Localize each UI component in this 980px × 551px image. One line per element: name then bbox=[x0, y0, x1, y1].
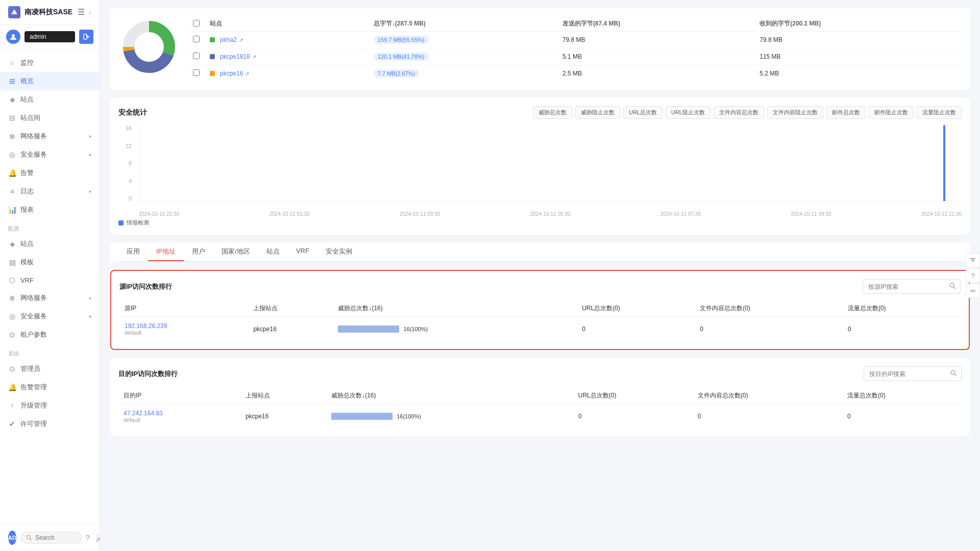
row-checkbox[interactable] bbox=[193, 36, 200, 42]
dest-ip-search[interactable] bbox=[864, 366, 962, 381]
y-label: 12 bbox=[118, 143, 132, 149]
config-sites-icon: ◈ bbox=[8, 240, 16, 248]
col-received-bytes: 收到的字节(200.1 MB) bbox=[754, 16, 962, 32]
source-ip-search[interactable] bbox=[863, 279, 961, 294]
x-label: 2024-10-11 07:30 bbox=[660, 211, 701, 217]
ip-link[interactable]: 192.168.26.239 bbox=[125, 322, 167, 330]
license-icon: ✔ bbox=[8, 420, 16, 428]
table-row: 47.242.164.83default pkcpe16 16(100%) 0 … bbox=[118, 405, 962, 429]
interlink-icon: ⊟ bbox=[8, 114, 16, 122]
tab-container: 应用IP地址用户国家/地区站点VRF安全实例 bbox=[110, 243, 970, 262]
sidebar-item-log[interactable]: ≡ 日志 ▾ bbox=[0, 182, 100, 201]
tab-用户[interactable]: 用户 bbox=[184, 243, 213, 261]
table-row: 192.168.26.239default pkcpe16 16(100%) 0… bbox=[119, 317, 961, 341]
admin-icon: ⊙ bbox=[8, 365, 16, 373]
table-row: pkha2 ↗ 159.7 MB(55.55%) 79.8 MB 79.8 MB bbox=[188, 32, 962, 48]
site-link[interactable]: pkha2 ↗ bbox=[210, 36, 363, 43]
site-table: 站点 总字节↓(287.5 MB) 发送的字节(87.4 MB) 收到的字节(2… bbox=[188, 16, 962, 82]
source-ip-input[interactable] bbox=[863, 281, 945, 293]
sidebar: 南凌科技SASE ☰ ‹ admin ○ 监控 ⊞ 概览 ◈ 站点 ⊟ 站点间 … bbox=[0, 0, 100, 551]
select-all-checkbox[interactable] bbox=[193, 20, 200, 27]
security-stat-tab[interactable]: 威胁总次数 bbox=[533, 106, 572, 119]
legend-dot bbox=[118, 220, 124, 226]
chart-y-axis: 1612840 bbox=[118, 125, 134, 202]
sidebar-item-config-network[interactable]: ⊗ 网络服务 ▾ bbox=[0, 289, 100, 307]
dest-ip-input[interactable] bbox=[864, 368, 946, 380]
float-edit-button[interactable]: ✏ bbox=[966, 284, 980, 298]
logo-text: 南凌科技SASE bbox=[24, 8, 72, 17]
security-stat-tab[interactable]: 流量阻止次数 bbox=[917, 106, 962, 119]
tab-国家/地区[interactable]: 国家/地区 bbox=[213, 243, 258, 261]
sidebar-collapse-button[interactable]: ‹ bbox=[89, 8, 91, 16]
chart-bar bbox=[943, 125, 945, 201]
received-bytes: 115 MB bbox=[754, 48, 962, 65]
config-network-icon: ⊗ bbox=[8, 294, 16, 302]
float-filter-button[interactable] bbox=[966, 253, 980, 267]
search-input[interactable] bbox=[35, 534, 76, 541]
site-link[interactable]: pkcpe1818 ↗ bbox=[210, 53, 363, 60]
logout-button[interactable] bbox=[79, 30, 93, 44]
ip-col-header: 威胁总次数↓(16) bbox=[326, 387, 573, 405]
source-ip-table: 源IP上报站点威胁总次数↓(16)URL总次数(0)文件内容总次数(0)流量总次… bbox=[119, 300, 961, 341]
table-row: pkcpe16 ↗ 7.7 MB(2.67%) 2.5 MB 5.2 MB bbox=[188, 65, 962, 82]
dest-ip-search-button[interactable] bbox=[946, 367, 961, 381]
site-link[interactable]: pkcpe16 ↗ bbox=[210, 70, 363, 77]
sidebar-item-config-sites[interactable]: ◈ 站点 bbox=[0, 235, 100, 253]
tab-VRF[interactable]: VRF bbox=[288, 243, 317, 261]
sidebar-item-config-security[interactable]: ◎ 安全服务 ▾ bbox=[0, 307, 100, 325]
traffic-summary-section: 站点 总字节↓(287.5 MB) 发送的字节(87.4 MB) 收到的字节(2… bbox=[110, 8, 970, 90]
row-checkbox[interactable] bbox=[193, 69, 200, 76]
sidebar-item-alert[interactable]: 🔔 告警 bbox=[0, 164, 100, 182]
tab-安全实例[interactable]: 安全实例 bbox=[317, 243, 360, 261]
x-label: 2024-10-11 05:30 bbox=[530, 211, 571, 217]
ip-col-header: 文件内容总次数(0) bbox=[693, 387, 842, 405]
svg-point-11 bbox=[950, 283, 954, 287]
security-stat-tab[interactable]: 文件内容总次数 bbox=[714, 106, 764, 119]
tab-应用[interactable]: 应用 bbox=[118, 243, 148, 261]
sidebar-item-overview[interactable]: ⊞ 概览 bbox=[0, 72, 100, 90]
sidebar-item-label: 站点间 bbox=[20, 113, 40, 122]
source-ip-search-button[interactable] bbox=[945, 280, 960, 293]
menu-toggle-button[interactable]: ☰ bbox=[78, 7, 85, 17]
site-cell: pkcpe16 bbox=[248, 317, 333, 341]
sidebar-item-license[interactable]: ✔ 许可管理 bbox=[0, 415, 100, 433]
main-content-area: 站点 总字节↓(287.5 MB) 发送的字节(87.4 MB) 收到的字节(2… bbox=[100, 0, 980, 551]
search-box[interactable] bbox=[20, 532, 82, 544]
ip-link[interactable]: 47.242.164.83 bbox=[124, 410, 163, 417]
security-header: 安全统计 威胁总次数威胁阻止次数URL总次数URL阻止次数文件内容总次数文件内容… bbox=[118, 106, 962, 119]
threat-cell: 16(100%) bbox=[326, 405, 573, 429]
sidebar-item-upgrade[interactable]: ↑ 升级管理 bbox=[0, 396, 100, 415]
security-stat-tab[interactable]: URL总次数 bbox=[623, 106, 663, 119]
right-float-buttons: ? ✏ bbox=[966, 253, 980, 298]
security-stat-tab[interactable]: 邮件总次数 bbox=[826, 106, 866, 119]
help-icon[interactable]: ? bbox=[86, 534, 90, 542]
traffic-badge: 7.7 MB(2.67%) bbox=[374, 69, 419, 78]
y-label: 4 bbox=[118, 178, 132, 184]
chevron-down-icon: ▾ bbox=[89, 189, 91, 194]
chevron-down-icon: ▾ bbox=[89, 295, 91, 301]
tab-IP地址[interactable]: IP地址 bbox=[148, 243, 184, 261]
ip-col-header: 文件内容总次数(0) bbox=[695, 300, 843, 317]
sidebar-item-security-service[interactable]: ◎ 安全服务 ▾ bbox=[0, 145, 100, 164]
y-label: 16 bbox=[118, 125, 132, 131]
tab-站点[interactable]: 站点 bbox=[258, 243, 288, 261]
float-help-button[interactable]: ? bbox=[966, 268, 980, 283]
sidebar-item-alert-mgmt[interactable]: 🔔 告警管理 bbox=[0, 378, 100, 396]
sidebar-item-report[interactable]: 📊 报表 bbox=[0, 201, 100, 219]
sidebar-item-label: 网络服务 bbox=[20, 132, 47, 141]
sidebar-item-vrf[interactable]: ⬡ VRF bbox=[0, 271, 100, 289]
svg-line-5 bbox=[30, 539, 32, 541]
template-icon: ▤ bbox=[8, 258, 16, 266]
sidebar-item-tenant-params[interactable]: ⊙ 租户参数 bbox=[0, 325, 100, 344]
security-stat-tab[interactable]: 文件内容阻止次数 bbox=[767, 106, 823, 119]
sidebar-item-monitor[interactable]: ○ 监控 bbox=[0, 54, 100, 72]
sidebar-item-admin[interactable]: ⊙ 管理员 bbox=[0, 360, 100, 378]
sidebar-item-site-interlink[interactable]: ⊟ 站点间 bbox=[0, 109, 100, 127]
row-checkbox[interactable] bbox=[193, 53, 200, 59]
sidebar-item-sites[interactable]: ◈ 站点 bbox=[0, 90, 100, 109]
sidebar-item-network-service[interactable]: ⊗ 网络服务 ▾ bbox=[0, 127, 100, 145]
security-stat-tab[interactable]: 威胁阻止次数 bbox=[575, 106, 620, 119]
security-stat-tab[interactable]: URL阻止次数 bbox=[666, 106, 710, 119]
sidebar-item-template[interactable]: ▤ 模板 bbox=[0, 253, 100, 271]
security-stat-tab[interactable]: 邮件阻止次数 bbox=[869, 106, 914, 119]
